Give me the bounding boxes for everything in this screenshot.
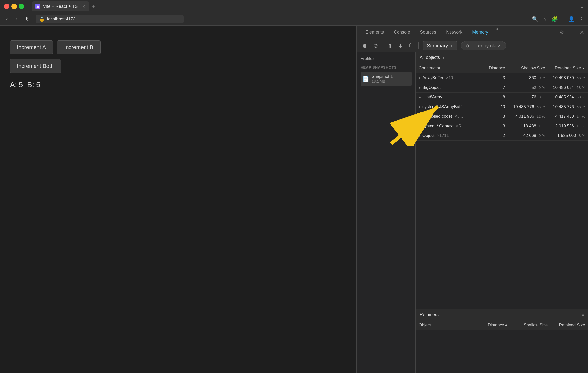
devtools-more-button[interactable]: ⋮ [568, 29, 574, 36]
tab-console[interactable]: Console [389, 26, 415, 39]
bottom-button-row: Increment Both [10, 59, 346, 73]
expand-arrow-icon[interactable]: ▶ [419, 124, 421, 128]
th-retained-size: Retained Size ▼ [548, 63, 588, 73]
bookmark-button[interactable]: ☆ [542, 16, 547, 22]
increment-a-button[interactable]: Increment A [10, 40, 53, 54]
th-ret-retained: Retained Size [551, 320, 588, 330]
th-shallow-size: Shallow Size [508, 63, 548, 73]
lock-icon: 🔒 [39, 17, 45, 22]
retainers-title: Retainers [420, 312, 581, 317]
back-button[interactable]: ‹ [4, 15, 10, 23]
more-tabs-button[interactable]: » [495, 26, 498, 39]
top-button-row: Increment A Increment B [10, 40, 346, 54]
heap-table: Constructor Distance Shallow Size Retain… [416, 63, 588, 309]
forward-button[interactable]: › [14, 15, 19, 23]
tab-sources[interactable]: Sources [415, 26, 441, 39]
th-ret-distance: Distance▲ [485, 320, 511, 330]
summary-dropdown[interactable]: Summary ▼ [423, 41, 457, 50]
table-row[interactable]: ▶ BigObject 7 52 0 % [416, 83, 588, 93]
devtools-subtoolbar: ⏺ ⊘ ⬆ ⬇ Summary ▼ ⊙ [357, 39, 588, 52]
th-ret-shallow: Shallow Size [511, 320, 551, 330]
zoom-button[interactable]: 🔍 [532, 16, 538, 22]
retainers-menu-button[interactable]: ≡ [581, 312, 584, 317]
devtools-settings: ⚙ ⋮ ✕ [559, 29, 584, 36]
retainers-section: Retainers ≡ Object Dista [416, 309, 588, 373]
table-row[interactable]: ▶ system / Context ×5... 3 118 488 1 % [416, 121, 588, 131]
tab-title: Vite + React + TS [43, 4, 78, 9]
browser-tab[interactable]: Vite + React + TS ✕ [32, 1, 89, 11]
close-traffic-light[interactable] [4, 4, 9, 9]
retainers-table: Object Distance▲ Shallow Size [416, 320, 588, 373]
page-content: Increment A Increment B Increment Both A… [0, 26, 356, 373]
table-row[interactable]: ▶ Object ×1711 2 42 668 0 % [416, 131, 588, 141]
devtools-panel: Elements Console Sources Network Memory … [356, 26, 588, 373]
tab-memory[interactable]: Memory [467, 26, 493, 39]
menu-button[interactable]: ⋮ [579, 16, 584, 22]
record-button[interactable]: ⏺ [360, 41, 370, 51]
minimize-traffic-light[interactable] [11, 4, 17, 9]
increment-b-button[interactable]: Increment B [57, 40, 101, 54]
all-objects-bar: All objects ▼ [416, 52, 588, 63]
snapshot-name: Snapshot 1 [372, 74, 393, 79]
stop-button[interactable]: ⊘ [371, 41, 380, 51]
sub-divider-2 [418, 42, 419, 49]
clear-button[interactable] [406, 41, 416, 51]
table-row[interactable]: ▶ Uint8Array 8 76 0 % [416, 93, 588, 102]
tab-expand-button[interactable]: ⌄ [580, 3, 584, 9]
snapshot-item[interactable]: 📄 Snapshot 1 18.1 MB [361, 72, 412, 86]
table-row[interactable]: ▶ ArrayBuffer ×10 3 360 0 % [416, 73, 588, 83]
all-objects-text: All objects [420, 55, 440, 60]
devtools-settings-button[interactable]: ⚙ [559, 29, 564, 36]
expand-arrow-icon[interactable]: ▶ [419, 105, 421, 109]
refresh-button[interactable]: ↻ [23, 15, 32, 23]
all-objects-arrow: ▼ [442, 56, 445, 60]
nav-bar: ‹ › ↻ 🔒 localhost:4173 🔍 ☆ 🧩 👤 ⋮ [0, 13, 588, 26]
expand-arrow-icon[interactable]: ▶ [419, 134, 421, 137]
expand-arrow-icon[interactable]: ▶ [419, 95, 421, 99]
tab-bar: Vite + React + TS ✕ + ⌄ [32, 1, 584, 11]
main-content: Increment A Increment B Increment Both A… [0, 26, 588, 373]
th-distance: Distance [485, 63, 508, 73]
nav-divider [563, 16, 563, 22]
table-area: All objects ▼ Constructor Distance [416, 52, 588, 373]
sub-divider-1 [383, 42, 383, 49]
summary-dropdown-arrow: ▼ [450, 44, 453, 48]
profile-button[interactable]: 👤 [568, 16, 575, 22]
tab-close-button[interactable]: ✕ [82, 4, 85, 9]
tab-network[interactable]: Network [441, 26, 467, 39]
table-row[interactable]: ▶ (compiled code) ×3... 3 4 011 936 22 % [416, 112, 588, 121]
retainers-data-table: Object Distance▲ Shallow Size [416, 320, 588, 330]
filter-by-class-button[interactable]: ⊙ Filter by class [461, 41, 506, 50]
profiles-label: Profiles [361, 56, 412, 61]
devtools-close-button[interactable]: ✕ [580, 29, 584, 36]
maximize-traffic-light[interactable] [19, 4, 24, 9]
snapshot-icon: 📄 [363, 76, 369, 82]
heap-data-table: Constructor Distance Shallow Size Retain… [416, 63, 588, 141]
expand-arrow-icon[interactable]: ▶ [419, 76, 421, 80]
upload-button[interactable]: ⬆ [385, 41, 395, 51]
snapshot-size: 18.1 MB [372, 79, 393, 83]
filter-text: Filter by class [471, 43, 501, 49]
tab-elements[interactable]: Elements [361, 26, 389, 39]
address-bar[interactable]: 🔒 localhost:4173 [36, 15, 184, 23]
expand-arrow-icon[interactable]: ▶ [419, 115, 421, 118]
snapshot-info: Snapshot 1 18.1 MB [372, 74, 393, 83]
svg-rect-1 [409, 44, 413, 47]
table-row[interactable]: ▶ system / JSArrayBuff... 10 10 485 776 … [416, 102, 588, 112]
traffic-lights [4, 4, 24, 9]
expand-arrow-icon[interactable]: ▶ [419, 86, 421, 89]
title-bar: Vite + React + TS ✕ + ⌄ [0, 0, 588, 13]
devtools-inner: Profiles HEAP SNAPSHOTS 📄 Snapshot 1 18.… [357, 52, 588, 373]
tab-favicon [35, 4, 40, 9]
retainers-header: Retainers ≡ [416, 309, 588, 320]
increment-both-button[interactable]: Increment Both [10, 59, 61, 73]
download-button[interactable]: ⬇ [396, 41, 405, 51]
summary-text: Summary [427, 43, 448, 49]
new-tab-button[interactable]: + [92, 3, 95, 10]
profiles-sidebar: Profiles HEAP SNAPSHOTS 📄 Snapshot 1 18.… [357, 52, 416, 373]
filter-icon: ⊙ [466, 43, 469, 49]
extensions-button[interactable]: 🧩 [551, 16, 558, 22]
devtools-tabs: Elements Console Sources Network Memory … [361, 26, 555, 39]
sort-arrow-icon: ▼ [582, 67, 585, 70]
devtools-toolbar: Elements Console Sources Network Memory … [357, 26, 588, 39]
